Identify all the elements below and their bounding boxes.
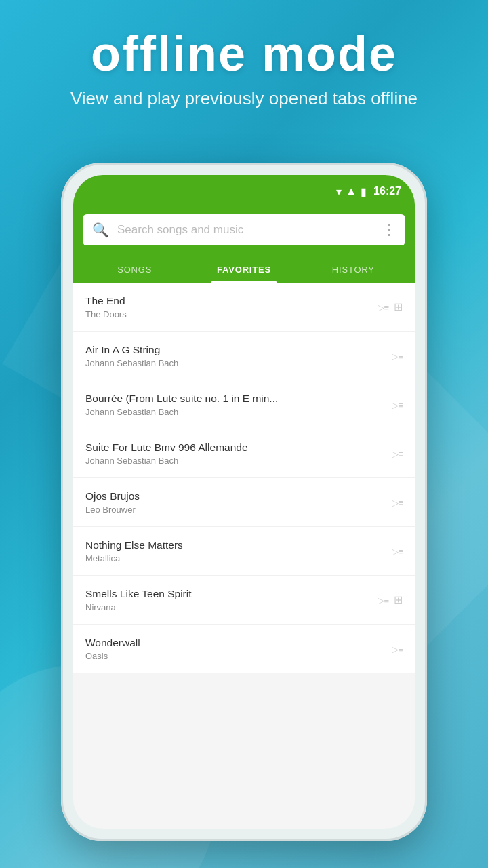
song-actions-1 xyxy=(392,350,403,362)
phone-screen: ▾ ▲ ▮ 16:27 🔍 Search songs and music ⋮ S… xyxy=(73,175,415,829)
song-title-0: The End xyxy=(85,295,371,307)
song-title-4: Ojos Brujos xyxy=(85,490,385,502)
song-item-1[interactable]: Air In A G StringJohann Sebastian Bach xyxy=(73,332,415,380)
tab-favorites[interactable]: FAVORITES xyxy=(189,255,298,283)
tabs-bar: SONGS FAVORITES HISTORY xyxy=(73,255,415,283)
search-icon: 🔍 xyxy=(92,222,109,238)
status-icons: ▾ ▲ ▮ 16:27 xyxy=(336,185,401,198)
song-item-4[interactable]: Ojos BrujosLeo Brouwer xyxy=(73,478,415,527)
song-actions-0 xyxy=(378,300,403,313)
song-actions-4 xyxy=(392,496,403,509)
song-info-1: Air In A G StringJohann Sebastian Bach xyxy=(85,344,385,368)
battery-icon: ▮ xyxy=(361,185,367,198)
play-lines-icon-4[interactable] xyxy=(392,496,403,509)
song-artist-1: Johann Sebastian Bach xyxy=(85,358,385,368)
play-lines-icon-7[interactable] xyxy=(392,643,403,655)
search-bar-container: 🔍 Search songs and music ⋮ xyxy=(73,208,415,255)
song-info-7: WonderwallOasis xyxy=(85,637,385,661)
search-input-box[interactable]: 🔍 Search songs and music ⋮ xyxy=(83,214,405,245)
play-lines-icon-5[interactable] xyxy=(392,545,403,557)
song-list: The EndThe DoorsAir In A G StringJohann … xyxy=(73,283,415,673)
song-actions-6 xyxy=(378,593,403,606)
song-artist-5: Metallica xyxy=(85,553,385,564)
tab-songs[interactable]: SONGS xyxy=(80,255,189,283)
play-lines-icon-2[interactable] xyxy=(392,399,403,411)
song-item-7[interactable]: WonderwallOasis xyxy=(73,625,415,673)
song-artist-4: Leo Brouwer xyxy=(85,505,385,515)
song-info-2: Bourrée (From Lute suite no. 1 in E min.… xyxy=(85,393,385,417)
song-info-6: Smells Like Teen SpiritNirvana xyxy=(85,588,371,612)
song-info-3: Suite For Lute Bmv 996 AllemandeJohann S… xyxy=(85,441,385,466)
song-item-6[interactable]: Smells Like Teen SpiritNirvana xyxy=(73,576,415,625)
song-actions-7 xyxy=(392,643,403,655)
song-title-5: Nothing Else Matters xyxy=(85,539,385,551)
song-info-0: The EndThe Doors xyxy=(85,295,371,319)
song-actions-2 xyxy=(392,399,403,411)
grid-icon-0[interactable] xyxy=(394,300,403,313)
song-artist-7: Oasis xyxy=(85,651,385,661)
song-title-3: Suite For Lute Bmv 996 Allemande xyxy=(85,441,385,454)
play-lines-icon-3[interactable] xyxy=(392,448,403,460)
song-item-5[interactable]: Nothing Else MattersMetallica xyxy=(73,527,415,576)
wifi-icon: ▾ xyxy=(336,185,342,198)
song-title-2: Bourrée (From Lute suite no. 1 in E min.… xyxy=(85,393,385,405)
grid-icon-6[interactable] xyxy=(394,593,403,606)
song-info-5: Nothing Else MattersMetallica xyxy=(85,539,385,564)
song-title-1: Air In A G String xyxy=(85,344,385,356)
song-actions-5 xyxy=(392,545,403,557)
signal-icon: ▲ xyxy=(346,185,357,197)
song-item-2[interactable]: Bourrée (From Lute suite no. 1 in E min.… xyxy=(73,380,415,429)
status-time: 16:27 xyxy=(373,185,401,197)
play-lines-icon-0[interactable] xyxy=(378,301,388,313)
promo-header: offline mode View and play previously op… xyxy=(0,27,488,111)
phone-frame: ▾ ▲ ▮ 16:27 🔍 Search songs and music ⋮ S… xyxy=(61,163,427,841)
song-actions-3 xyxy=(392,448,403,460)
phone-mockup: ▾ ▲ ▮ 16:27 🔍 Search songs and music ⋮ S… xyxy=(61,163,427,841)
promo-title: offline mode xyxy=(27,27,461,81)
song-artist-0: The Doors xyxy=(85,309,371,319)
song-item-3[interactable]: Suite For Lute Bmv 996 AllemandeJohann S… xyxy=(73,429,415,478)
tab-history[interactable]: HISTORY xyxy=(299,255,408,283)
song-info-4: Ojos BrujosLeo Brouwer xyxy=(85,490,385,515)
song-artist-2: Johann Sebastian Bach xyxy=(85,407,385,417)
song-artist-6: Nirvana xyxy=(85,602,371,612)
song-title-7: Wonderwall xyxy=(85,637,385,649)
more-options-icon[interactable]: ⋮ xyxy=(382,221,396,239)
song-item-0[interactable]: The EndThe Doors xyxy=(73,283,415,332)
promo-subtitle: View and play previously opened tabs off… xyxy=(27,86,461,111)
song-artist-3: Johann Sebastian Bach xyxy=(85,456,385,466)
play-lines-icon-6[interactable] xyxy=(378,594,388,606)
play-lines-icon-1[interactable] xyxy=(392,350,403,362)
song-title-6: Smells Like Teen Spirit xyxy=(85,588,371,600)
search-placeholder-text[interactable]: Search songs and music xyxy=(117,223,373,237)
status-bar: ▾ ▲ ▮ 16:27 xyxy=(73,175,415,208)
